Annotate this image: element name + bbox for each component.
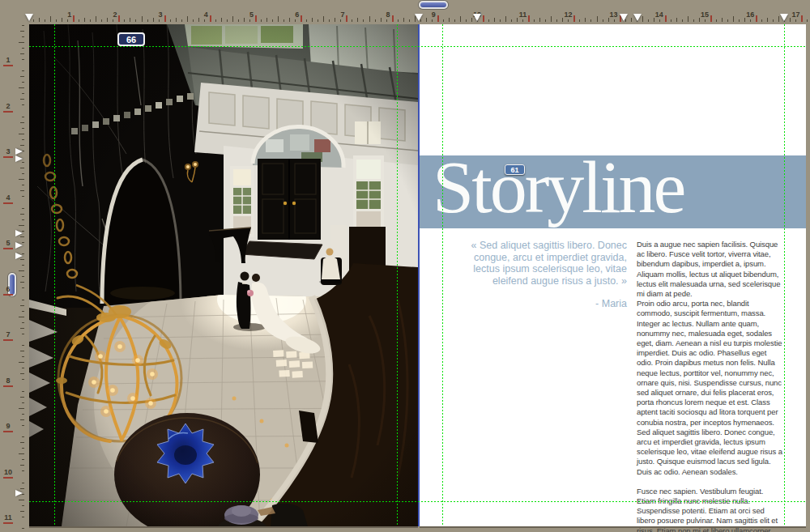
ruler-marker-arrow-icon[interactable] bbox=[633, 14, 642, 21]
wedding-foyer-photo[interactable] bbox=[29, 24, 418, 526]
left-ruler-tick bbox=[22, 322, 24, 323]
top-ruler-number: 16 bbox=[738, 11, 754, 19]
left-ruler-tick bbox=[22, 25, 24, 26]
ruler-marker-arrow-icon[interactable] bbox=[620, 14, 628, 21]
top-ruler-tick bbox=[642, 16, 643, 22]
left-ruler-tick bbox=[20, 488, 24, 489]
top-ruler-major-tick bbox=[756, 15, 757, 22]
top-ruler-tick bbox=[39, 18, 40, 22]
ruler-marker-arrow-icon[interactable] bbox=[15, 490, 23, 496]
top-ruler-tick bbox=[295, 19, 296, 22]
top-ruler-tick bbox=[352, 19, 352, 22]
top-ruler-major-tick bbox=[346, 15, 347, 22]
top-ruler-tick bbox=[597, 16, 598, 22]
top-ruler-tick bbox=[272, 19, 273, 22]
left-ruler-tick bbox=[22, 196, 24, 197]
top-ruler-tick bbox=[517, 18, 518, 22]
body-paragraph: Proin odio arcu, porta nec, blandit comm… bbox=[637, 299, 784, 477]
top-ruler-tick bbox=[170, 19, 171, 22]
top-ruler-tick bbox=[318, 19, 318, 22]
guide-vertical[interactable] bbox=[784, 24, 785, 526]
top-ruler[interactable]: 1234567891011121314151617 bbox=[0, 0, 810, 23]
left-ruler-tick bbox=[22, 402, 24, 403]
page-number-badge-left[interactable]: 66 bbox=[117, 32, 145, 46]
ruler-marker-arrow-icon[interactable] bbox=[780, 14, 788, 21]
left-ruler-tick bbox=[20, 122, 24, 123]
top-ruler-number: 15 bbox=[693, 11, 709, 19]
left-ruler-number: 6 bbox=[2, 286, 15, 293]
left-ruler-tick bbox=[22, 185, 24, 185]
top-ruler-tick bbox=[204, 19, 205, 22]
page-title: Storyline bbox=[433, 150, 684, 224]
top-ruler-tick bbox=[539, 18, 540, 22]
top-ruler-tick bbox=[107, 18, 108, 22]
left-ruler-major-tick bbox=[3, 385, 13, 387]
top-ruler-tick bbox=[631, 18, 632, 22]
top-ruler-major-tick bbox=[437, 15, 439, 22]
page-spine bbox=[418, 24, 420, 526]
top-ruler-tick bbox=[671, 19, 671, 22]
top-ruler-number: 1 bbox=[55, 11, 71, 19]
top-ruler-tick bbox=[494, 18, 495, 22]
top-ruler-tick bbox=[590, 19, 591, 22]
left-ruler-tick bbox=[20, 305, 24, 306]
left-ruler-tick bbox=[22, 139, 24, 140]
top-ruler-tick bbox=[244, 18, 245, 22]
guide-vertical[interactable] bbox=[397, 24, 398, 526]
top-ruler-tick bbox=[187, 16, 188, 22]
top-ruler-major-tick bbox=[392, 15, 394, 22]
top-ruler-tick bbox=[409, 19, 410, 22]
left-ruler-tick bbox=[22, 287, 24, 288]
top-ruler-number: 8 bbox=[374, 11, 390, 19]
top-ruler-tick bbox=[659, 19, 660, 22]
guide-vertical[interactable] bbox=[442, 24, 443, 526]
top-ruler-major-tick bbox=[528, 15, 530, 22]
top-ruler-tick bbox=[761, 19, 762, 22]
top-ruler-tick bbox=[522, 19, 523, 22]
top-ruler-tick bbox=[398, 19, 399, 22]
ruler-marker-arrow-icon[interactable] bbox=[15, 253, 23, 259]
ruler-marker-arrow-icon[interactable] bbox=[415, 14, 423, 21]
top-ruler-tick bbox=[113, 19, 113, 22]
top-ruler-tick bbox=[176, 18, 177, 22]
left-ruler-major-tick bbox=[3, 248, 13, 249]
top-ruler-tick bbox=[33, 19, 34, 22]
page-number-badge-right[interactable]: 61 bbox=[505, 164, 525, 175]
top-ruler-tick bbox=[375, 19, 376, 22]
top-ruler-tick bbox=[676, 18, 677, 22]
left-ruler-number: 11 bbox=[2, 514, 15, 521]
body-text-frame[interactable]: Duis a augue nec sapien facilisis. Quisq… bbox=[637, 240, 784, 532]
pull-quote-frame[interactable]: « Sed aliquet sagittis libero. Donec con… bbox=[465, 240, 627, 310]
page-right[interactable]: Storyline 61 « Sed aliquet sagittis libe… bbox=[420, 24, 806, 526]
ruler-marker-arrow-icon[interactable] bbox=[15, 148, 23, 155]
ruler-marker-arrow-icon[interactable] bbox=[15, 155, 23, 162]
body-paragraph: Duis a augue nec sapien facilisis. Quisq… bbox=[637, 240, 784, 299]
left-ruler-tick bbox=[22, 345, 24, 346]
top-ruler-tick bbox=[45, 19, 45, 22]
top-ruler-tick bbox=[306, 19, 307, 22]
left-ruler[interactable]: 1234567891011 bbox=[0, 23, 24, 532]
top-ruler-tick bbox=[181, 19, 182, 22]
guide-horizontal[interactable] bbox=[29, 46, 806, 47]
left-ruler-tick bbox=[19, 87, 24, 88]
ruler-marker-arrow-icon[interactable] bbox=[15, 242, 23, 249]
top-ruler-tick bbox=[750, 19, 751, 22]
top-ruler-tick bbox=[739, 19, 740, 22]
top-ruler-tick bbox=[556, 19, 557, 22]
guide-vertical[interactable] bbox=[54, 24, 55, 526]
left-ruler-tick bbox=[20, 145, 24, 146]
top-ruler-tick bbox=[443, 19, 444, 22]
guide-horizontal[interactable] bbox=[29, 501, 806, 502]
top-ruler-tick bbox=[130, 18, 130, 22]
top-ruler-tick bbox=[159, 19, 160, 22]
top-ruler-tick bbox=[705, 19, 706, 22]
left-ruler-tick bbox=[22, 517, 24, 517]
top-ruler-tick bbox=[323, 16, 324, 22]
top-ruler-tick bbox=[363, 19, 364, 22]
ruler-marker-arrow-icon[interactable] bbox=[473, 14, 481, 21]
page-left[interactable]: 66 bbox=[29, 24, 418, 526]
ruler-marker-arrow-icon[interactable] bbox=[25, 14, 33, 21]
ruler-marker-arrow-icon[interactable] bbox=[15, 230, 23, 236]
top-ruler-tick bbox=[727, 19, 728, 22]
title-banner[interactable]: Storyline bbox=[420, 155, 806, 228]
